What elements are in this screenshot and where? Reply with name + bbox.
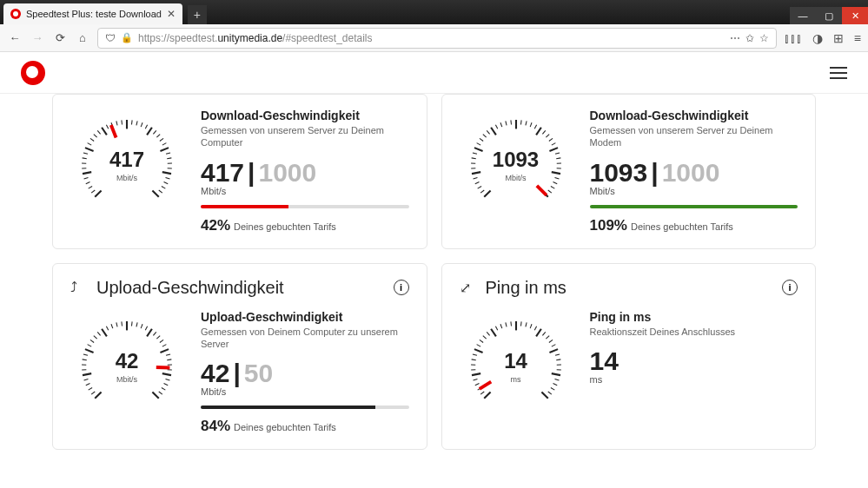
measurement-value: 1093|1000 <box>590 158 798 188</box>
percent-label: Deines gebuchten Tarifs <box>234 422 336 432</box>
card-title: Download-Geschwindigkeit <box>201 109 409 122</box>
vodafone-logo-icon[interactable] <box>21 61 45 85</box>
reload-button[interactable]: ⟳ <box>52 31 68 44</box>
address-bar[interactable]: 🛡 🔒 https://speedtest.unitymedia.de/#spe… <box>97 28 777 49</box>
url-host: unitymedia.de <box>217 32 282 44</box>
browser-toolbar: ← → ⟳ ⌂ 🛡 🔒 https://speedtest.unitymedia… <box>0 24 868 52</box>
percent-line: 109%Deines gebuchten Tarifs <box>590 217 798 234</box>
card-title: Ping in ms <box>590 310 798 324</box>
account-icon[interactable]: ◑ <box>812 31 823 45</box>
window-controls: — ▢ ✕ <box>790 7 868 24</box>
download-modem-card: 1093 Mbit/s Download-Geschwindigkeit Gem… <box>441 94 817 249</box>
max-value: 50 <box>244 359 273 387</box>
section-title: Ping in ms <box>486 278 774 298</box>
upload-gauge: 42 Mbit/s <box>70 310 183 423</box>
library-icon[interactable]: ⫿⫿⫿ <box>784 31 802 45</box>
url-prefix: https://speedtest. <box>138 32 217 44</box>
section-title: Upload-Geschwindigkeit <box>96 278 385 298</box>
measurement-value: 42|50 <box>201 359 409 388</box>
menu-icon[interactable]: ≡ <box>854 31 861 45</box>
extension-icon[interactable]: ⊞ <box>833 31 844 45</box>
info-icon[interactable]: i <box>782 280 798 295</box>
progress-bar <box>201 406 409 409</box>
percent-value: 42% <box>201 217 230 234</box>
gauge-value: 14 <box>504 349 527 373</box>
ping-icon: ⤢ <box>460 280 477 296</box>
max-value: 1000 <box>662 158 720 187</box>
card-subtitle: Gemessen von unserem Server zu Deinem Mo… <box>590 124 798 149</box>
close-window-button[interactable]: ✕ <box>842 7 868 24</box>
reader-icon[interactable]: ✩ <box>745 32 754 44</box>
lock-icon[interactable]: 🔒 <box>121 32 133 43</box>
tab-title: Speedtest Plus: teste Download <box>26 9 162 19</box>
new-tab-button[interactable]: + <box>188 5 207 24</box>
percent-label: Deines gebuchten Tarifs <box>631 221 733 232</box>
url-text: https://speedtest.unitymedia.de/#speedte… <box>138 32 373 44</box>
bookmark-icon[interactable]: ☆ <box>759 32 769 44</box>
home-button[interactable]: ⌂ <box>75 31 90 44</box>
brand-bar <box>0 52 868 94</box>
forward-button[interactable]: → <box>30 31 45 44</box>
download-computer-card: 417 Mbit/s Download-Geschwindigkeit Geme… <box>52 94 427 249</box>
gauge-value: 1093 <box>493 148 539 172</box>
progress-bar <box>201 205 409 208</box>
upload-icon: ⤴ <box>70 280 88 295</box>
card-title: Download-Geschwindigkeit <box>590 109 798 122</box>
value: 42 <box>201 359 229 387</box>
percent-label: Deines gebuchten Tarifs <box>234 221 336 232</box>
card-subtitle: Reaktionszeit Deines Anschlusses <box>590 326 798 338</box>
hamburger-menu-button[interactable] <box>830 67 847 79</box>
vodafone-favicon-icon <box>10 9 21 19</box>
value: 417 <box>201 158 244 187</box>
gauge-value: 417 <box>109 148 144 172</box>
page-actions-icon[interactable]: ⋯ <box>730 32 740 44</box>
progress-bar <box>590 205 798 208</box>
gauge-unit: Mbit/s <box>505 174 526 182</box>
card-title: Upload-Geschwindigkeit <box>201 310 409 324</box>
maximize-button[interactable]: ▢ <box>816 7 842 24</box>
measurement-value: 417|1000 <box>201 158 409 188</box>
shield-icon[interactable]: 🛡 <box>105 32 116 44</box>
percent-value: 84% <box>201 418 230 434</box>
upload-section: ⤴ Upload-Geschwindigkeit i 42 Mbit/s Upl… <box>52 263 427 451</box>
percent-line: 42%Deines gebuchten Tarifs <box>201 217 409 234</box>
close-tab-icon[interactable]: ✕ <box>167 8 176 20</box>
max-value: 1000 <box>258 158 316 187</box>
card-subtitle: Gemessen von unserem Server zu Deinem Co… <box>201 124 409 149</box>
minimize-button[interactable]: — <box>790 7 816 24</box>
url-path: /#speedtest_details <box>282 32 372 44</box>
ping-section: ⤢ Ping in ms i 14 ms Ping in ms Reaktion… <box>441 263 817 451</box>
percent-value: 109% <box>590 217 627 234</box>
gauge-unit: Mbit/s <box>116 375 137 384</box>
download-modem-gauge: 1093 Mbit/s <box>460 109 573 221</box>
browser-tab[interactable]: Speedtest Plus: teste Download ✕ <box>3 3 182 24</box>
value: 1093 <box>590 158 648 187</box>
value: 14 <box>590 346 619 375</box>
measurement-unit: ms <box>590 374 798 385</box>
gauge-value: 42 <box>116 349 139 373</box>
window-titlebar: Speedtest Plus: teste Download ✕ + — ▢ ✕ <box>0 0 868 24</box>
page-content: 417 Mbit/s Download-Geschwindigkeit Geme… <box>0 52 868 488</box>
percent-line: 84%Deines gebuchten Tarifs <box>201 418 409 435</box>
ping-gauge: 14 ms <box>460 310 573 423</box>
gauge-unit: Mbit/s <box>116 174 137 182</box>
back-button[interactable]: ← <box>7 31 23 44</box>
measurement-value: 14 <box>590 346 798 376</box>
gauge-unit: ms <box>511 375 521 384</box>
card-subtitle: Gemessen von Deinem Computer zu unserem … <box>201 326 409 351</box>
info-icon[interactable]: i <box>394 280 409 295</box>
download-computer-gauge: 417 Mbit/s <box>70 109 183 221</box>
